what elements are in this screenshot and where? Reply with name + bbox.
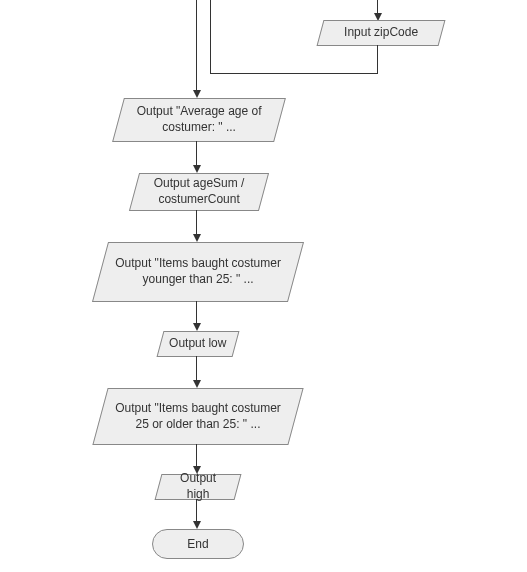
input-zipcode-label: Input zipCode xyxy=(336,21,426,45)
arrow-7 xyxy=(196,499,197,521)
output-avg-label-text: Output "Average age of costumer: " ... xyxy=(119,100,279,139)
arrow-2 xyxy=(196,141,197,165)
arrowhead-5 xyxy=(193,380,201,388)
output-high-text: Output high xyxy=(159,467,237,506)
end-terminator: End xyxy=(152,529,244,559)
output-young-label: Output "Items baught costumer younger th… xyxy=(92,242,304,302)
arrowhead-1 xyxy=(193,90,201,98)
arrow-right-top xyxy=(377,0,378,13)
output-old-label: Output "Items baught costumer 25 or olde… xyxy=(92,388,303,445)
line-right-bottom xyxy=(210,73,378,74)
arrow-4 xyxy=(196,301,197,323)
line-right-down xyxy=(377,45,378,73)
output-young-label-text: Output "Items baught costumer younger th… xyxy=(101,252,295,291)
output-low: Output low xyxy=(157,331,240,357)
arrow-3 xyxy=(196,210,197,234)
end-label: End xyxy=(187,537,208,551)
arrow-5 xyxy=(196,356,197,380)
arrowhead-3 xyxy=(193,234,201,242)
arrowhead-4 xyxy=(193,323,201,331)
arrowhead-7 xyxy=(193,521,201,529)
output-high: Output high xyxy=(155,474,242,500)
output-avg-label: Output "Average age of costumer: " ... xyxy=(112,98,286,142)
output-agesum-text: Output ageSum / costumerCount xyxy=(135,172,263,211)
output-low-text: Output low xyxy=(161,332,234,356)
input-zipcode: Input zipCode xyxy=(317,20,446,46)
line-right-up xyxy=(210,0,211,73)
arrow-6 xyxy=(196,444,197,466)
output-old-label-text: Output "Items baught costumer 25 or olde… xyxy=(101,397,295,436)
output-agesum: Output ageSum / costumerCount xyxy=(129,173,269,211)
arrow-top-main xyxy=(196,0,197,90)
